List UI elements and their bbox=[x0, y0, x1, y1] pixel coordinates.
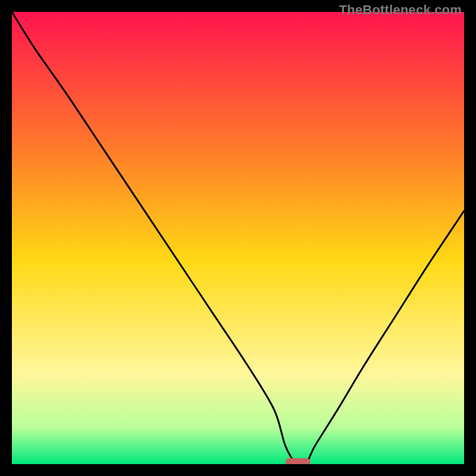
optimal-range-marker bbox=[286, 458, 311, 464]
watermark-text: TheBottleneck.com bbox=[339, 2, 462, 18]
bottleneck-chart bbox=[12, 12, 464, 464]
chart-frame bbox=[12, 12, 464, 464]
gradient-background bbox=[12, 12, 464, 464]
